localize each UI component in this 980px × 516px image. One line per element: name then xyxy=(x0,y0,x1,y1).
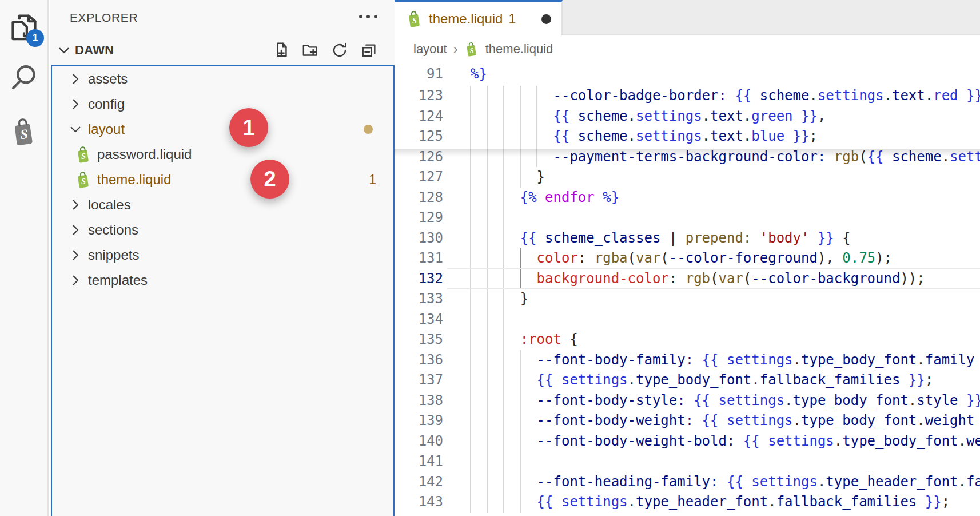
line-content: {% endfor %} xyxy=(471,188,980,208)
line-content: color: rgba(var(--color-foreground), 0.7… xyxy=(471,248,980,269)
pending-changes-badge: 1 xyxy=(26,29,44,47)
explorer-sidebar: EXPLORER DAWN xyxy=(50,0,395,516)
sticky-scroll-line[interactable]: 91%} xyxy=(395,63,980,86)
line-number[interactable]: 131 xyxy=(395,248,443,269)
code-line[interactable]: 138 --font-body-style: {{ settings.type_… xyxy=(395,391,980,411)
tree-item-templates[interactable]: templates xyxy=(52,268,393,293)
tab-theme-liquid[interactable]: theme.liquid 1 xyxy=(395,0,563,35)
refresh-icon[interactable] xyxy=(331,42,348,59)
tree-item-password-liquid[interactable]: password.liquid xyxy=(52,142,393,167)
line-number[interactable]: 133 xyxy=(395,289,443,309)
code-line[interactable]: 141 xyxy=(395,451,980,472)
line-number[interactable]: 124 xyxy=(395,106,443,127)
line-content: {{ scheme.settings.text.green }}, xyxy=(471,106,980,127)
code-line[interactable]: 125 {{ scheme.settings.text.blue }}; xyxy=(395,126,980,147)
code-line[interactable]: 126 --payment-terms-background-color: rg… xyxy=(395,147,980,168)
indent-guide xyxy=(487,126,488,147)
more-actions-icon[interactable] xyxy=(359,15,377,18)
chevron-right-icon[interactable] xyxy=(68,273,83,288)
tree-item-sections[interactable]: sections xyxy=(52,217,393,243)
line-content: background-color: rgb(var(--color-backgr… xyxy=(471,269,980,289)
indent-guide xyxy=(520,126,521,147)
indent-guide xyxy=(470,269,471,289)
code-line[interactable]: 134 xyxy=(395,309,980,330)
tree-item-layout[interactable]: layout xyxy=(52,117,393,142)
line-number[interactable]: 125 xyxy=(395,126,443,147)
code-line[interactable]: 142 --font-heading-family: {{ settings.t… xyxy=(395,472,980,493)
code-line[interactable]: 140 --font-body-weight-bold: {{ settings… xyxy=(395,431,980,452)
search-activity-button[interactable] xyxy=(0,57,47,97)
line-number[interactable]: 123 xyxy=(395,86,443,106)
indent-guide xyxy=(503,126,504,147)
indent-guide xyxy=(503,330,504,350)
new-file-icon[interactable] xyxy=(273,42,290,59)
code-line[interactable]: 131 color: rgba(var(--color-foreground),… xyxy=(395,248,980,269)
code-line[interactable]: 136 --font-body-family: {{ settings.type… xyxy=(395,350,980,371)
dirty-indicator-icon[interactable] xyxy=(541,14,551,24)
line-number[interactable]: 142 xyxy=(395,472,443,493)
line-number[interactable]: 129 xyxy=(395,208,443,228)
indent-guide xyxy=(503,451,504,472)
line-number[interactable]: 130 xyxy=(395,228,443,249)
file-tree[interactable]: assetsconfiglayoutpassword.liquidtheme.l… xyxy=(51,65,395,516)
indent-guide xyxy=(503,391,504,411)
tree-item-assets[interactable]: assets xyxy=(52,66,393,92)
indent-guide xyxy=(536,147,537,168)
code-line[interactable]: 128 {% endfor %} xyxy=(395,188,980,208)
code-line[interactable]: 139 --font-body-weight: {{ settings.type… xyxy=(395,411,980,431)
tree-item-theme-liquid[interactable]: theme.liquid1 xyxy=(52,167,393,192)
code-line[interactable]: 130 {{ scheme_classes | prepend: 'body' … xyxy=(395,228,980,249)
line-number[interactable]: 126 xyxy=(395,147,443,168)
line-number[interactable]: 140 xyxy=(395,431,443,452)
workspace-section-header[interactable]: DAWN xyxy=(50,35,395,65)
chevron-right-icon[interactable] xyxy=(68,197,83,212)
sticky-code-line[interactable]: 91%} xyxy=(395,64,487,85)
chevron-right-icon[interactable] xyxy=(68,223,83,237)
indent-guide xyxy=(487,167,488,188)
line-number[interactable]: 134 xyxy=(395,309,443,330)
shopify-icon xyxy=(10,117,38,146)
code-line[interactable]: 135 :root { xyxy=(395,330,980,350)
breadcrumb-folder[interactable]: layout xyxy=(413,42,447,57)
code-line[interactable]: 143 {{ settings.type_header_font.fallbac… xyxy=(395,492,980,513)
tree-item-config[interactable]: config xyxy=(52,92,393,117)
code-line[interactable]: 124 {{ scheme.settings.text.green }}, xyxy=(395,106,980,127)
line-number[interactable]: 137 xyxy=(395,370,443,391)
line-number[interactable]: 128 xyxy=(395,188,443,208)
code-line[interactable]: 132 background-color: rgb(var(--color-ba… xyxy=(395,269,980,289)
line-number[interactable]: 141 xyxy=(395,451,443,472)
indent-guide xyxy=(487,431,488,452)
chevron-right-icon[interactable] xyxy=(68,248,83,263)
code-line[interactable]: 137 {{ settings.type_body_font.fallback_… xyxy=(395,370,980,391)
activity-bar: 1 xyxy=(0,0,49,516)
tree-item-snippets[interactable]: snippets xyxy=(52,243,393,268)
indent-guide xyxy=(536,126,537,147)
line-number[interactable]: 135 xyxy=(395,330,443,350)
explorer-title: EXPLORER xyxy=(70,11,138,25)
line-number[interactable]: 132 xyxy=(395,269,443,289)
indent-guide xyxy=(487,248,488,269)
line-number[interactable]: 143 xyxy=(395,492,443,513)
line-number[interactable]: 139 xyxy=(395,411,443,431)
line-number[interactable]: 138 xyxy=(395,391,443,411)
chevron-right-icon[interactable] xyxy=(68,97,83,112)
line-number[interactable]: 91 xyxy=(395,64,443,85)
line-number[interactable]: 127 xyxy=(395,167,443,188)
explorer-activity-button[interactable]: 1 xyxy=(0,7,47,47)
tree-item-locales[interactable]: locales xyxy=(52,192,393,217)
code-line[interactable]: 123 --color-badge-border: {{ scheme.sett… xyxy=(395,86,980,106)
code-editor[interactable]: 91%} 123 --color-badge-border: {{ scheme… xyxy=(395,63,980,516)
shopify-activity-button[interactable] xyxy=(0,112,47,152)
code-line[interactable]: 129 xyxy=(395,208,980,228)
breadcrumb-file[interactable]: theme.liquid xyxy=(485,42,553,57)
collapse-folders-icon[interactable] xyxy=(360,42,377,59)
chevron-down-icon[interactable] xyxy=(68,122,83,137)
indent-guide xyxy=(487,391,488,411)
chevron-right-icon[interactable] xyxy=(68,72,83,86)
code-line[interactable]: 127 } xyxy=(395,167,980,188)
line-number[interactable]: 136 xyxy=(395,350,443,371)
indent-guide xyxy=(520,472,521,493)
code-line[interactable]: 133 } xyxy=(395,289,980,309)
search-icon xyxy=(9,62,39,93)
new-folder-icon[interactable] xyxy=(302,42,319,59)
